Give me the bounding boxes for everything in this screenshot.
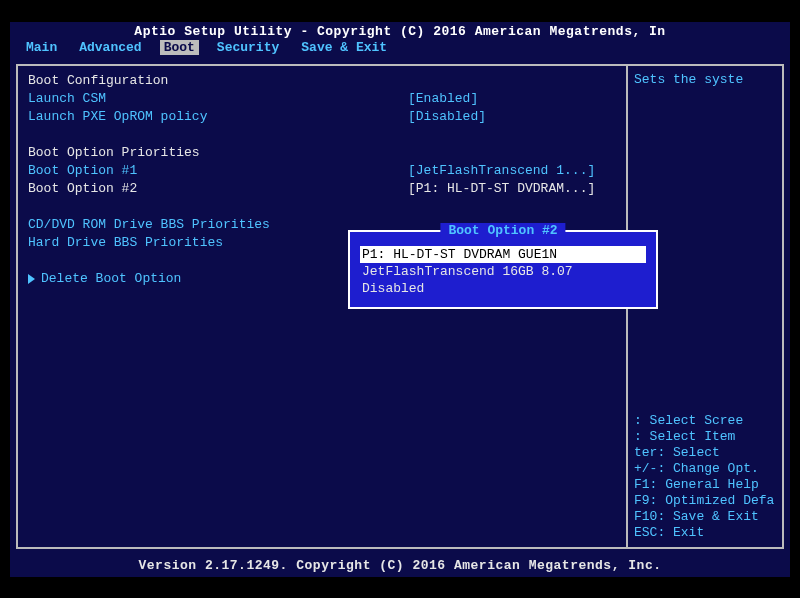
popup-boot-option-2: Boot Option #2 P1: HL-DT-ST DVDRAM GUE1N…	[348, 230, 658, 309]
menu-security[interactable]: Security	[213, 40, 283, 55]
menu-save-exit[interactable]: Save & Exit	[297, 40, 391, 55]
help-key-0: : Select Scree	[634, 413, 776, 429]
help-key-6: F10: Save & Exit	[634, 509, 776, 525]
help-key-5: F9: Optimized Defa	[634, 493, 776, 509]
help-key-1: : Select Item	[634, 429, 776, 445]
help-context: Sets the syste	[634, 72, 776, 88]
help-key-7: ESC: Exit	[634, 525, 776, 541]
opt-launch-pxe-label[interactable]: Launch PXE OpROM policy	[28, 108, 408, 126]
left-pane: Boot Configuration Launch CSM [Enabled] …	[18, 66, 626, 547]
title-bar: Aptio Setup Utility - Copyright (C) 2016…	[10, 22, 790, 40]
opt-launch-pxe-value: [Disabled]	[408, 108, 486, 126]
section-boot-priorities: Boot Option Priorities	[28, 144, 408, 162]
help-key-2: ter: Select	[634, 445, 776, 461]
delete-boot-option[interactable]: Delete Boot Option	[41, 270, 181, 288]
menu-advanced[interactable]: Advanced	[75, 40, 145, 55]
boot-option-1-label[interactable]: Boot Option #1	[28, 162, 408, 180]
help-key-4: F1: General Help	[634, 477, 776, 493]
popup-title: Boot Option #2	[440, 223, 565, 238]
main-frame: Boot Configuration Launch CSM [Enabled] …	[16, 64, 784, 549]
menu-main[interactable]: Main	[22, 40, 61, 55]
submenu-arrow-icon	[28, 270, 41, 288]
popup-opt-disabled[interactable]: Disabled	[360, 280, 646, 297]
boot-option-2-label[interactable]: Boot Option #2	[28, 180, 408, 198]
menu-bar: Main Advanced Boot Security Save & Exit	[10, 40, 790, 57]
help-key-3: +/-: Change Opt.	[634, 461, 776, 477]
footer-version: Version 2.17.1249. Copyright (C) 2016 Am…	[16, 558, 784, 573]
opt-launch-csm-value: [Enabled]	[408, 90, 478, 108]
boot-option-2-value: [P1: HL-DT-ST DVDRAM...]	[408, 180, 595, 198]
popup-opt-dvdram[interactable]: P1: HL-DT-ST DVDRAM GUE1N	[360, 246, 646, 263]
help-keys: : Select Scree : Select Item ter: Select…	[634, 413, 776, 541]
bios-screen: Aptio Setup Utility - Copyright (C) 2016…	[10, 22, 790, 577]
boot-option-1-value: [JetFlashTranscend 1...]	[408, 162, 595, 180]
opt-launch-csm-label[interactable]: Launch CSM	[28, 90, 408, 108]
popup-opt-jetflash[interactable]: JetFlashTranscend 16GB 8.07	[360, 263, 646, 280]
section-boot-config: Boot Configuration	[28, 72, 408, 90]
menu-boot[interactable]: Boot	[160, 40, 199, 55]
